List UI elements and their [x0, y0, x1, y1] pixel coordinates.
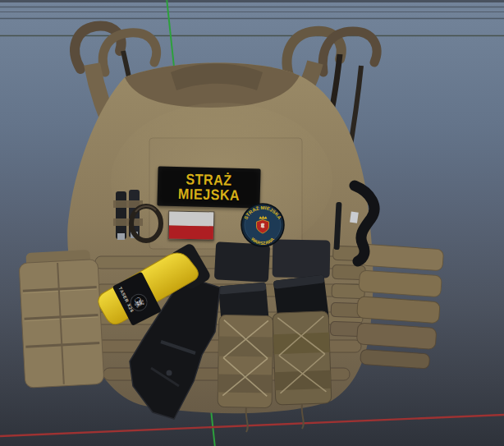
red-axis-line [0, 415, 504, 436]
flag-white-stripe [169, 212, 213, 226]
side-pouch-left [18, 249, 103, 388]
grid-lines [0, 0, 504, 19]
side-pouch-right [354, 244, 444, 370]
flag-red-stripe [169, 225, 213, 239]
strap-tag [350, 212, 359, 223]
3d-viewport[interactable]: ☠ TASER X26 STRAŻ MIEJSKA STRAŻ MIEJSKA … [0, 0, 504, 446]
name-patch-line2: MIEJSKA [177, 186, 240, 203]
vest-model[interactable]: ☠ TASER X26 [18, 26, 443, 432]
poland-flag-patch [168, 211, 215, 241]
warsaw-round-badge: STRAŻ MIEJSKA WARSZAWA [239, 201, 286, 249]
